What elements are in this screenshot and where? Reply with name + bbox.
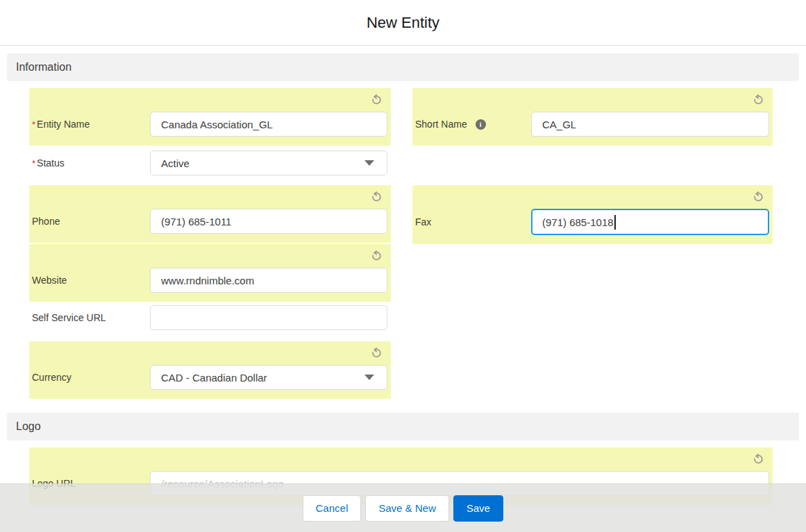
fax-label: Fax (415, 216, 531, 228)
self-service-url-label: Self Service URL (32, 312, 150, 323)
undo-icon[interactable] (370, 93, 383, 105)
phone-field-group: Phone (29, 185, 391, 243)
undo-icon[interactable] (752, 190, 764, 203)
column-spacer (412, 146, 773, 185)
website-input[interactable] (150, 268, 387, 293)
currency-label: Currency (32, 372, 150, 383)
section-information-label: Information (16, 61, 72, 74)
fax-input[interactable]: (971) 685-1018 (531, 209, 769, 235)
form-column-right: Short Name i Fax (412, 88, 773, 399)
required-asterisk: * (32, 158, 35, 169)
text-caret (614, 215, 616, 230)
undo-icon[interactable] (370, 249, 383, 261)
cancel-button[interactable]: Cancel (303, 495, 362, 522)
chevron-down-icon (364, 375, 374, 380)
chevron-down-icon (364, 160, 374, 166)
currency-field-group: Currency CAD - Canadian Dollar (29, 341, 391, 399)
fax-field-group: Fax (971) 685-1018 (412, 185, 773, 244)
section-header-information: Information (7, 53, 799, 81)
undo-icon[interactable] (370, 190, 383, 203)
required-asterisk: * (32, 119, 35, 130)
self-service-url-input[interactable] (150, 305, 387, 330)
form-column-left: * Entity Name * Status Active (29, 88, 391, 399)
undo-icon[interactable] (752, 452, 764, 465)
currency-selected-value: CAD - Canadian Dollar (161, 372, 267, 384)
short-name-input[interactable] (531, 112, 769, 137)
self-service-url-field-group: Self Service URL (29, 305, 391, 330)
currency-select[interactable]: CAD - Canadian Dollar (150, 365, 387, 390)
phone-label: Phone (32, 216, 150, 227)
status-label: * Status (32, 157, 150, 169)
section-header-logo: Logo (7, 413, 799, 440)
fax-value: (971) 685-1018 (542, 216, 614, 228)
modal-header: New Entity (0, 0, 806, 46)
info-icon[interactable]: i (476, 119, 486, 130)
phone-input[interactable] (150, 209, 387, 234)
section-logo-label: Logo (16, 420, 41, 433)
entity-name-input[interactable] (150, 112, 387, 137)
save-and-new-button[interactable]: Save & New (365, 495, 449, 522)
status-field-group: * Status Active (29, 151, 391, 175)
entity-name-label: * Entity Name (32, 119, 150, 130)
website-field-group: Website (29, 244, 391, 302)
entity-name-field-group: * Entity Name (29, 88, 391, 146)
undo-icon[interactable] (370, 346, 383, 359)
website-label: Website (32, 275, 150, 286)
status-selected-value: Active (161, 157, 190, 169)
information-form: * Entity Name * Status Active (0, 81, 806, 399)
status-select[interactable]: Active (150, 151, 387, 175)
action-footer: Cancel Save & New Save (0, 483, 806, 532)
undo-icon[interactable] (752, 93, 764, 105)
short-name-field-group: Short Name i (412, 88, 773, 146)
page-title: New Entity (367, 14, 439, 32)
save-button[interactable]: Save (453, 495, 503, 522)
short-name-label: Short Name i (415, 119, 531, 130)
